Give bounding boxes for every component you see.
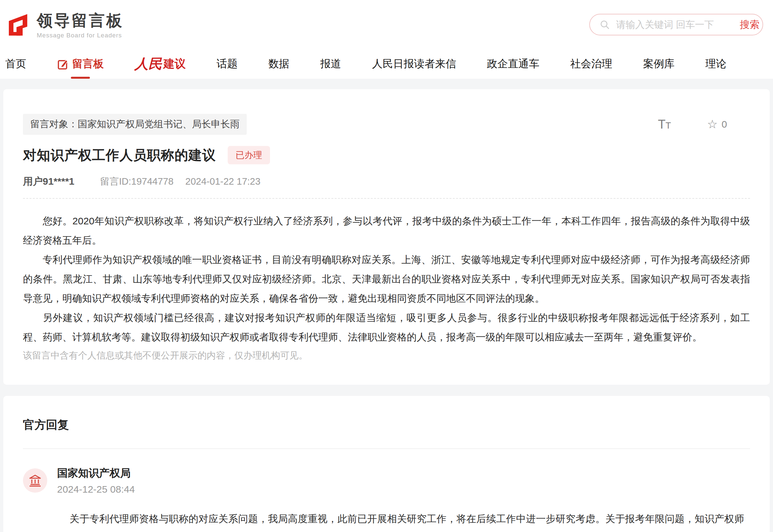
search-input[interactable] (616, 19, 740, 30)
message-card: 留言对象：国家知识产权局党组书记、局长申长雨 TT ☆ 0 对知识产权工作人员职… (3, 89, 770, 385)
government-building-icon (28, 474, 42, 487)
reply-content: 关于专利代理师资格与职称的对应关系问题，我局高度重视，此前已开展相关研究工作，将… (50, 509, 744, 532)
nav-data[interactable]: 数据 (268, 49, 289, 79)
nav-gov-enterprise[interactable]: 政企直通车 (487, 49, 539, 79)
nav-theory[interactable]: 理论 (705, 49, 726, 79)
font-size-icon-small: T (666, 121, 671, 131)
favorite-control[interactable]: ☆ 0 (707, 118, 727, 130)
nav-peoples-suggestion-script: 人民 (134, 55, 162, 73)
message-id: 留言ID:19744778 (100, 175, 173, 188)
privacy-note: 该留言中含有个人信息或其他不便公开展示的内容，仅办理机构可见。 (23, 349, 750, 362)
agency-name: 国家知识产权局 (57, 466, 135, 481)
reply-time: 2024-12-25 08:44 (57, 484, 135, 495)
site-title: 领导留言板 (37, 10, 124, 31)
dashed-divider (23, 198, 750, 199)
message-paragraph-2: 专利代理师作为知识产权领域的唯一职业资格证书，目前没有明确职称对应关系。上海、浙… (23, 250, 750, 308)
site-subtitle: Message Board for Leaders (37, 32, 124, 39)
reply-section-title: 官方回复 (23, 417, 750, 433)
message-title: 对知识产权工作人员职称的建议 (23, 146, 216, 164)
search-icon (600, 20, 610, 30)
logo-icon (5, 12, 31, 37)
nav-home[interactable]: 首页 (5, 49, 26, 79)
font-size-icon-big: T (658, 117, 665, 131)
nav-message-board[interactable]: 留言板 (57, 49, 104, 79)
official-reply-card: 官方回复 国家知识产权局 2024-12-25 08:44 关于专利代理师资格与… (3, 396, 770, 532)
nav-case-library[interactable]: 案例库 (643, 49, 675, 79)
message-body: 您好。2020年知识产权职称改革，将知识产权行业纳入了经济系列，参与以考代评，报… (23, 211, 750, 362)
main-nav: 首页 留言板 人民 建议 话题 数据 报道 人民日报读者来信 政企直通车 社会治… (0, 49, 773, 79)
font-size-icon[interactable]: TT (658, 117, 671, 132)
nav-topics[interactable]: 话题 (216, 49, 237, 79)
reply-divider (23, 448, 750, 449)
nav-reports[interactable]: 报道 (320, 49, 341, 79)
search-button[interactable]: 搜索 (740, 18, 760, 31)
status-badge: 已办理 (228, 146, 270, 164)
nav-social-governance[interactable]: 社会治理 (570, 49, 612, 79)
nav-reader-letters[interactable]: 人民日报读者来信 (372, 49, 456, 79)
edit-icon (57, 58, 69, 70)
message-paragraph-3: 另外建议，知识产权领域门槛已经很高，建议对报考知识产权师的年限适当缩短，吸引更多… (23, 308, 750, 347)
nav-peoples-suggestion-bold: 建议 (163, 56, 186, 72)
star-icon: ☆ (707, 118, 718, 130)
message-time: 2024-01-22 17:23 (185, 176, 260, 187)
nav-message-board-label: 留言板 (72, 57, 104, 71)
agency-avatar (23, 468, 47, 493)
site-logo[interactable]: 领导留言板 Message Board for Leaders (5, 10, 124, 39)
message-paragraph-1: 您好。2020年知识产权职称改革，将知识产权行业纳入了经济系列，参与以考代评，报… (23, 211, 750, 250)
nav-peoples-suggestion[interactable]: 人民 建议 (134, 49, 186, 79)
message-user: 用户91****1 (23, 175, 74, 188)
search-box[interactable]: 搜索 (589, 14, 763, 35)
message-target-banner: 留言对象：国家知识产权局党组书记、局长申长雨 (23, 114, 247, 135)
site-header: 领导留言板 Message Board for Leaders 搜索 (0, 0, 773, 49)
nav-active-underline (71, 77, 90, 79)
favorite-count: 0 (722, 119, 727, 130)
